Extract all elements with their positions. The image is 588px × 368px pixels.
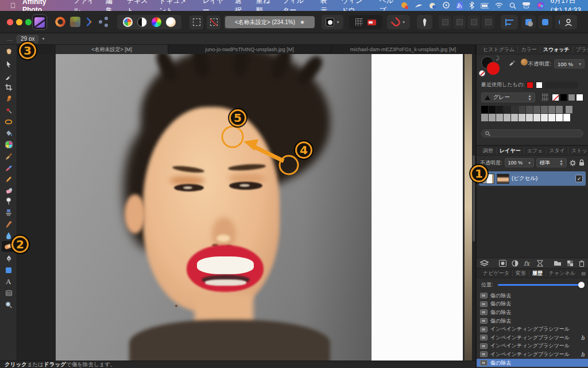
move-to-back-button[interactable] [482, 16, 494, 29]
swatch-cell[interactable] [496, 114, 504, 121]
account-button[interactable] [560, 15, 577, 29]
swatch-cell[interactable] [563, 114, 571, 121]
tab-swatches[interactable]: スウォッチ [540, 47, 572, 53]
tab-channels[interactable]: チャンネル [546, 270, 578, 277]
history-item[interactable]: 傷の除去 [477, 317, 588, 325]
siri-icon[interactable] [537, 2, 544, 10]
mesh-warp-tool[interactable] [2, 288, 16, 298]
zoom-tool[interactable] [2, 299, 16, 310]
apple-menu-icon[interactable]:  [6, 2, 22, 10]
view-tool[interactable] [2, 46, 16, 57]
lock-icon[interactable] [579, 159, 585, 166]
picked-color-swatch[interactable] [521, 59, 528, 66]
swatch-cell[interactable] [566, 106, 573, 113]
move-backward-button[interactable] [467, 16, 480, 29]
photo-persona-button[interactable] [32, 14, 47, 30]
bluetooth-icon[interactable] [469, 2, 474, 10]
swatch-cell[interactable] [548, 106, 556, 113]
basic-swatch[interactable] [552, 94, 559, 101]
swatch-cell[interactable] [481, 106, 489, 113]
erase-brush-tool[interactable] [2, 185, 16, 196]
history-item[interactable]: 傷の除去 [477, 359, 588, 367]
mask-layer-button[interactable] [499, 260, 506, 267]
blend-options-gear-icon[interactable] [569, 159, 577, 167]
swatch-cell[interactable] [511, 114, 519, 121]
history-item[interactable]: 傷の除去 [477, 300, 588, 309]
swatch-cell[interactable] [556, 106, 563, 113]
marquee-toggle-button[interactable] [189, 16, 203, 29]
colour-replacement-brush-tool[interactable] [2, 162, 16, 173]
layer-visibility-checkbox[interactable]: ✓ [575, 175, 583, 182]
swatch-cell[interactable] [556, 114, 563, 121]
tab-stock[interactable]: ストッ [568, 148, 588, 154]
swap-colors-icon[interactable]: ⤸ [496, 55, 499, 62]
snapping-magnet-button[interactable]: ▾ [387, 15, 410, 29]
red-eye-tool[interactable] [2, 105, 16, 116]
blend-mode-dropdown[interactable]: 標準▲▼ [536, 158, 567, 167]
mask-button[interactable]: ▾ [322, 15, 343, 29]
spotlight-icon[interactable] [509, 2, 516, 10]
fill-stroke-selector[interactable]: ⤸ [481, 56, 504, 77]
text-tool[interactable]: A [2, 276, 16, 287]
wifi-icon[interactable] [495, 2, 503, 10]
basic-swatch[interactable] [568, 94, 575, 101]
history-item[interactable]: 傷の除去 [477, 292, 588, 300]
swatch-cell[interactable] [481, 114, 489, 121]
layer-effects-button[interactable]: fx [524, 260, 532, 267]
swatch-cell[interactable] [489, 114, 496, 121]
swatch-search-field[interactable] [481, 129, 583, 137]
move-tool[interactable] [2, 59, 16, 70]
history-item[interactable]: インペインティングブラシツールh [477, 334, 588, 342]
window-zoom-button[interactable] [25, 19, 32, 25]
fill-color-well[interactable] [486, 62, 500, 75]
tab-effects[interactable]: エフェ [524, 148, 546, 154]
app-status-icon[interactable] [401, 2, 408, 10]
swatch-cell[interactable] [519, 114, 526, 121]
shortcuts-status-icon[interactable] [415, 2, 423, 10]
move-forward-button[interactable] [453, 16, 466, 29]
swatch-cell[interactable] [526, 106, 533, 113]
tab-adjustment[interactable]: 調整 [480, 148, 496, 154]
tone-mapping-persona-button[interactable] [85, 17, 95, 27]
selection-brush-tool[interactable] [2, 116, 16, 127]
auto-white-balance-button[interactable] [166, 17, 176, 27]
play-status-icon[interactable] [443, 2, 450, 10]
swatch-cell[interactable] [511, 106, 519, 113]
recent-color-swatch[interactable] [527, 82, 533, 89]
insert-on-top-button[interactable] [538, 16, 552, 29]
alignment-button[interactable] [501, 15, 518, 29]
doc-tab-michael[interactable]: michael-dam-mEZ3PoFGs_k-unsplash.jpg [M] [331, 45, 475, 54]
panel-menu-icon[interactable]: ▤ [581, 271, 585, 276]
paint-brush-tool[interactable] [2, 151, 16, 162]
photo-document[interactable] [56, 54, 472, 361]
delete-layer-button[interactable] [579, 260, 585, 267]
layers-opacity-dropdown[interactable]: 100 %▾ [505, 158, 535, 167]
tab-history[interactable]: 履歴 [529, 270, 546, 277]
basic-swatch[interactable] [576, 94, 583, 101]
new-pattern-button[interactable] [567, 260, 574, 267]
swatch-cell[interactable] [489, 106, 496, 113]
auto-contrast-button[interactable] [137, 17, 147, 27]
swatch-view-toggle[interactable] [542, 94, 548, 101]
burn-brush-tool[interactable] [2, 218, 16, 229]
color-picker-tool[interactable] [2, 71, 16, 82]
swatch-cell[interactable] [526, 114, 533, 121]
window-minimize-button[interactable] [16, 19, 22, 25]
swatch-cell[interactable] [533, 114, 541, 121]
no-color-well[interactable] [479, 70, 485, 76]
slider-knob[interactable] [578, 282, 585, 288]
swatch-cell[interactable] [541, 114, 548, 121]
doc-tab-untitled[interactable]: <名称未設定> [M] [56, 45, 168, 54]
favorite-star-icon[interactable]: ★ [300, 19, 305, 25]
history-item[interactable]: インペインティングブラシツール [477, 325, 588, 334]
pixel-tool[interactable] [2, 174, 16, 185]
group-folder-button[interactable] [554, 260, 562, 266]
tab-colour[interactable]: カラー [517, 47, 539, 53]
deselect-button[interactable] [207, 16, 220, 29]
export-persona-button[interactable] [99, 17, 109, 27]
rectangle-tool[interactable] [2, 264, 16, 275]
brush-width-caret-icon[interactable]: ▾ [42, 36, 44, 41]
crop-tool[interactable] [2, 82, 16, 93]
more-options-icon[interactable]: … [0, 36, 17, 42]
ime-input-icon[interactable]: あ [457, 2, 462, 10]
